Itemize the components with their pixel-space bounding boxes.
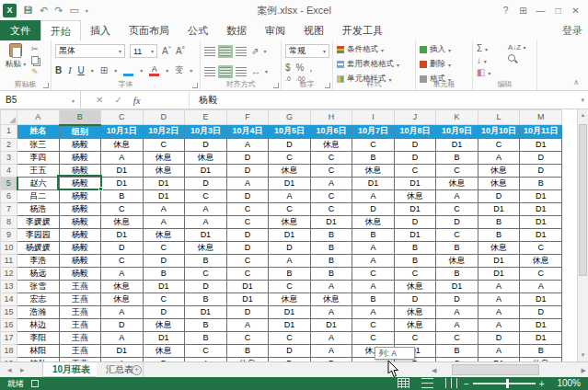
column-header-K[interactable]: K bbox=[436, 110, 478, 125]
cell[interactable]: A bbox=[436, 318, 478, 331]
cell[interactable]: D1 bbox=[143, 189, 185, 202]
cell[interactable]: B bbox=[310, 241, 352, 254]
table-header-cell[interactable]: 10月3日 bbox=[185, 125, 227, 139]
cell[interactable]: 李四 bbox=[17, 151, 60, 164]
cell[interactable]: D bbox=[269, 138, 311, 151]
sign-in-link[interactable]: 登录 bbox=[562, 20, 582, 40]
table-header-cell[interactable]: 10月11日 bbox=[520, 125, 562, 139]
row-header-1[interactable]: 1 bbox=[1, 125, 17, 139]
cell[interactable]: 杨毅 bbox=[59, 202, 101, 215]
cell[interactable]: 休息 bbox=[101, 215, 144, 228]
table-header-cell[interactable]: 组别 bbox=[59, 125, 101, 139]
cell[interactable]: C bbox=[394, 331, 436, 344]
cell[interactable]: B bbox=[478, 215, 520, 228]
cell[interactable]: D bbox=[226, 164, 269, 177]
cell[interactable]: D1 bbox=[101, 164, 144, 177]
cell[interactable]: 王燕 bbox=[59, 331, 101, 344]
cell[interactable]: 休息 bbox=[436, 254, 478, 267]
horizontal-scroll-thumb[interactable] bbox=[452, 364, 539, 375]
table-header-cell[interactable]: 10月9日 bbox=[436, 125, 478, 139]
cell[interactable]: C bbox=[101, 202, 144, 215]
tab-page-layout[interactable]: 页面布局 bbox=[120, 20, 179, 40]
column-header-A[interactable]: A bbox=[17, 110, 60, 125]
cell[interactable]: 林阳 bbox=[17, 344, 60, 357]
cell[interactable]: C bbox=[226, 215, 269, 228]
underline-caret-icon[interactable]: ▾ bbox=[91, 67, 94, 74]
cell[interactable]: B bbox=[185, 254, 227, 267]
align-right-icon[interactable] bbox=[236, 67, 247, 76]
cell[interactable]: 杨毅 bbox=[59, 138, 101, 151]
cell[interactable]: A bbox=[185, 215, 227, 228]
grow-font-icon[interactable]: Aˇ bbox=[162, 46, 171, 56]
format-as-table-button[interactable]: 套用表格格式▾ bbox=[337, 59, 399, 70]
cell[interactable]: D1 bbox=[101, 344, 144, 357]
cancel-entry-icon[interactable]: ✕ bbox=[96, 95, 103, 105]
tab-insert[interactable]: 插入 bbox=[81, 20, 120, 40]
column-header-F[interactable]: F bbox=[226, 110, 269, 125]
cell[interactable]: D1 bbox=[143, 331, 185, 344]
cell[interactable]: A bbox=[478, 292, 520, 305]
cell[interactable]: A bbox=[520, 280, 562, 292]
cell[interactable]: 王燕 bbox=[59, 318, 101, 331]
cell[interactable]: 杨毅 bbox=[59, 164, 101, 177]
cell[interactable]: 休息 bbox=[394, 305, 436, 318]
cell[interactable]: B bbox=[185, 318, 227, 331]
cell[interactable]: A bbox=[436, 305, 478, 318]
row-header-9[interactable]: 9 bbox=[1, 228, 17, 241]
cell[interactable]: 张雪 bbox=[17, 280, 60, 292]
cell[interactable]: 王燕 bbox=[59, 292, 101, 305]
cell[interactable]: 王燕 bbox=[59, 280, 101, 292]
row-header-11[interactable]: 11 bbox=[1, 254, 17, 267]
cell[interactable]: 休息 bbox=[310, 138, 352, 151]
cell[interactable]: B bbox=[226, 344, 269, 357]
column-header-H[interactable]: H bbox=[310, 110, 352, 125]
cell[interactable]: 王燕 bbox=[59, 344, 101, 357]
cell[interactable]: C bbox=[436, 164, 478, 177]
cell[interactable]: 杨媛媛 bbox=[17, 241, 60, 254]
help-icon[interactable]: ? bbox=[497, 0, 514, 20]
cell[interactable]: D bbox=[520, 164, 562, 177]
cell[interactable]: 休息 bbox=[478, 241, 520, 254]
new-sheet-button[interactable]: + bbox=[132, 365, 142, 375]
cell[interactable]: 杨毅 bbox=[59, 228, 101, 241]
cell[interactable]: B bbox=[269, 267, 311, 280]
horizontal-scrollbar[interactable]: ◀ ▶ bbox=[428, 363, 588, 377]
cell[interactable]: A bbox=[352, 280, 395, 292]
cell[interactable]: 王五 bbox=[17, 164, 60, 177]
cell[interactable]: C bbox=[310, 189, 352, 202]
number-format-select[interactable]: 常规▾ bbox=[285, 44, 329, 58]
cell[interactable]: 休息 bbox=[269, 292, 311, 305]
table-header-cell[interactable]: 10月10日 bbox=[478, 125, 520, 139]
align-bottom-icon[interactable] bbox=[236, 47, 247, 56]
cell[interactable]: 杨毅 bbox=[59, 151, 101, 164]
italic-button[interactable]: I bbox=[68, 65, 71, 75]
row-header-15[interactable]: 15 bbox=[1, 305, 17, 318]
cell[interactable]: D bbox=[394, 138, 436, 151]
find-select-icon[interactable] bbox=[508, 54, 515, 62]
cell[interactable]: 浩瀚 bbox=[17, 305, 60, 318]
cell[interactable]: A bbox=[101, 305, 144, 318]
cell[interactable]: C bbox=[269, 331, 311, 344]
cell[interactable]: A bbox=[352, 305, 395, 318]
cell[interactable]: B bbox=[101, 189, 144, 202]
cell[interactable]: D bbox=[226, 151, 269, 164]
cell[interactable]: D1 bbox=[478, 202, 520, 215]
column-header-C[interactable]: C bbox=[101, 110, 144, 125]
column-header-G[interactable]: G bbox=[269, 110, 311, 125]
cell[interactable]: D1 bbox=[520, 215, 562, 228]
cell[interactable]: C bbox=[143, 241, 185, 254]
cell[interactable]: D1 bbox=[520, 138, 562, 151]
vertical-scroll-thumb[interactable] bbox=[579, 124, 587, 276]
cell[interactable]: C bbox=[478, 138, 520, 151]
cell[interactable]: C bbox=[226, 254, 269, 267]
cell[interactable]: 宏志 bbox=[17, 292, 60, 305]
format-painter-icon[interactable]: ✎ bbox=[31, 67, 39, 76]
row-header-18[interactable]: 18 bbox=[1, 344, 17, 357]
row-header-14[interactable]: 14 bbox=[1, 292, 17, 305]
autosum-icon[interactable]: Σ ▾ bbox=[477, 43, 490, 53]
cell[interactable]: 吕二 bbox=[17, 189, 60, 202]
table-header-cell[interactable]: 10月6日 bbox=[310, 125, 352, 139]
align-center-icon[interactable] bbox=[220, 67, 231, 76]
normal-view-icon[interactable] bbox=[398, 378, 409, 388]
cell[interactable]: 休息 bbox=[101, 292, 144, 305]
